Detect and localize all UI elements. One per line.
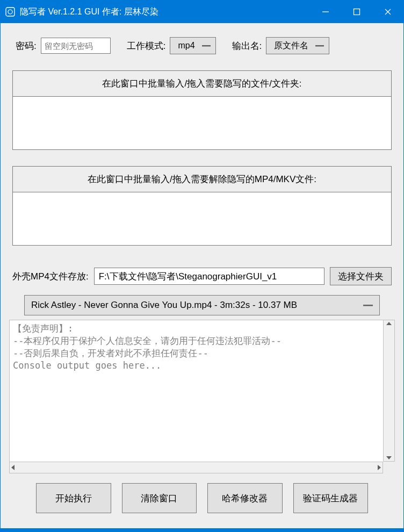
action-button-row: 开始执行 清除窗口 哈希修改器 验证码生成器 — [9, 483, 395, 519]
scroll-left-icon — [11, 465, 15, 470]
shell-file-select[interactable]: Rick Astley - Never Gonna Give You Up.mp… — [24, 295, 380, 315]
browse-folder-button[interactable]: 选择文件夹 — [330, 267, 392, 285]
destego-input-section: 在此窗口中批量输入/拖入需要解除隐写的MP4/MKV文件: — [12, 166, 392, 246]
svg-rect-3 — [354, 9, 360, 15]
stego-input-header: 在此窗口中批量输入/拖入需要隐写的文件/文件夹: — [12, 70, 392, 96]
output-name-value: 原文件名 — [274, 40, 308, 52]
horizontal-scrollbar[interactable] — [9, 462, 383, 473]
maximize-button[interactable] — [341, 1, 372, 23]
shell-file-value: Rick Astley - Never Gonna Give You Up.mp… — [31, 300, 297, 311]
mode-label: 工作模式: — [127, 40, 166, 52]
stego-input-section: 在此窗口中批量输入/拖入需要隐写的文件/文件夹: — [12, 70, 392, 150]
destego-input-header: 在此窗口中批量输入/拖入需要解除隐写的MP4/MKV文件: — [12, 166, 392, 192]
window-title: 隐写者 Ver.1.2.1 GUI 作者: 层林尽染 — [20, 6, 310, 18]
svg-rect-8 — [363, 305, 373, 306]
scroll-up-icon — [386, 322, 392, 325]
console-wrapper: 【免责声明】: --本程序仅用于保护个人信息安全，请勿用于任何违法犯罪活动-- … — [9, 320, 395, 473]
svg-rect-0 — [6, 8, 15, 16]
close-button[interactable] — [372, 1, 403, 23]
stego-input-drop-area[interactable] — [12, 96, 392, 150]
output-name-select[interactable]: 原文件名 — [266, 37, 329, 54]
titlebar[interactable]: 隐写者 Ver.1.2.1 GUI 作者: 层林尽染 — [1, 1, 403, 23]
password-label: 密码: — [16, 40, 37, 52]
main-window: 隐写者 Ver.1.2.1 GUI 作者: 层林尽染 密码: 工作模式: mp4 — [0, 0, 404, 532]
console-output[interactable]: 【免责声明】: --本程序仅用于保护个人信息安全，请勿用于任何违法犯罪活动-- … — [9, 320, 383, 473]
scroll-right-icon — [378, 465, 381, 470]
svg-point-1 — [8, 10, 12, 14]
content-area: 密码: 工作模式: mp4 输出名: 原文件名 在此窗口中批量输入/拖入需要隐写… — [1, 23, 403, 528]
window-border-bottom — [1, 528, 403, 531]
chevron-down-icon — [363, 303, 373, 307]
svg-marker-9 — [386, 322, 392, 325]
svg-rect-7 — [315, 45, 324, 47]
window-controls — [310, 1, 403, 23]
svg-marker-10 — [386, 456, 392, 459]
shell-path-input[interactable] — [94, 268, 324, 285]
shell-path-label: 外壳MP4文件存放: — [12, 270, 89, 283]
verify-generator-button[interactable]: 验证码生成器 — [293, 483, 369, 513]
scroll-corner — [383, 462, 395, 473]
destego-input-drop-area[interactable] — [12, 192, 392, 246]
mode-value: mp4 — [178, 41, 194, 51]
svg-marker-12 — [378, 465, 381, 470]
svg-marker-11 — [11, 465, 15, 470]
svg-rect-6 — [202, 45, 211, 47]
shell-path-row: 外壳MP4文件存放: 选择文件夹 — [12, 267, 392, 285]
clear-button[interactable]: 清除窗口 — [122, 483, 197, 513]
options-row: 密码: 工作模式: mp4 输出名: 原文件名 — [9, 33, 395, 54]
chevron-down-icon — [315, 44, 324, 48]
scroll-down-icon — [386, 456, 392, 459]
vertical-scrollbar[interactable] — [383, 320, 395, 462]
password-input[interactable] — [41, 38, 111, 54]
app-icon — [5, 6, 16, 17]
start-button[interactable]: 开始执行 — [36, 483, 111, 513]
hash-modifier-button[interactable]: 哈希修改器 — [207, 483, 283, 513]
minimize-button[interactable] — [310, 1, 341, 23]
output-name-label: 输出名: — [232, 40, 262, 52]
chevron-down-icon — [201, 44, 211, 48]
mode-select[interactable]: mp4 — [170, 37, 215, 54]
